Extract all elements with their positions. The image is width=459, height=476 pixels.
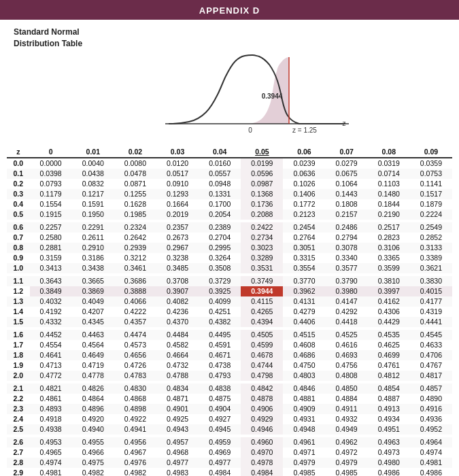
table-row: 2.60.49530.49550.49560.49570.49590.49600… bbox=[7, 437, 452, 447]
table-cell: 0.1331 bbox=[199, 189, 241, 199]
table-cell: 0.1772 bbox=[283, 199, 325, 209]
table-cell: 0.3980 bbox=[326, 286, 368, 296]
z-value: 1.5 bbox=[7, 317, 30, 327]
table-cell: 0.4906 bbox=[241, 404, 283, 414]
table-cell: 0.4192 bbox=[30, 307, 72, 317]
table-cell: 0.2967 bbox=[156, 243, 199, 253]
table-cell: 0.4974 bbox=[410, 447, 452, 458]
table-cell: 0.4929 bbox=[241, 414, 283, 424]
z-value: 2.7 bbox=[7, 447, 30, 458]
table-cell: 0.4515 bbox=[283, 330, 325, 340]
table-cell: 0.2734 bbox=[241, 233, 283, 243]
table-cell: 0.4147 bbox=[326, 296, 368, 307]
col-header-004: 0.04 bbox=[199, 146, 241, 158]
table-cell: 0.4904 bbox=[199, 404, 241, 414]
z-value: 1.6 bbox=[7, 330, 30, 340]
table-row: 1.30.40320.40490.40660.40820.40990.41150… bbox=[7, 296, 452, 307]
table-cell: 0.4713 bbox=[30, 360, 72, 371]
table-cell: 0.2123 bbox=[283, 209, 325, 220]
z-value: 0.5 bbox=[7, 209, 30, 220]
table-cell: 0.4974 bbox=[30, 458, 72, 468]
z-value: 2.5 bbox=[7, 424, 30, 435]
col-header-z: z bbox=[7, 146, 30, 158]
table-row: 1.80.46410.46490.46560.46640.46710.46780… bbox=[7, 350, 452, 360]
table-cell: 0.4890 bbox=[410, 394, 452, 404]
table-body: 0.00.00000.00400.00800.01200.01600.01990… bbox=[7, 158, 452, 476]
table-cell: 0.3869 bbox=[72, 286, 114, 296]
table-row: 2.20.48610.48640.48680.48710.48750.48780… bbox=[7, 394, 452, 404]
table-cell: 0.3686 bbox=[114, 276, 156, 286]
table-cell: 0.0319 bbox=[368, 158, 410, 169]
table-cell: 0.4909 bbox=[283, 404, 325, 414]
table-cell: 0.1517 bbox=[410, 189, 452, 199]
table-cell: 0.3925 bbox=[199, 286, 241, 296]
table-cell: 0.4484 bbox=[156, 330, 199, 340]
table-cell: 0.4066 bbox=[114, 296, 156, 307]
table-cell: 0.3264 bbox=[199, 253, 241, 263]
table-row: 2.40.49180.49200.49220.49250.49270.49290… bbox=[7, 414, 452, 424]
table-cell: 0.2190 bbox=[368, 209, 410, 220]
table-cell: 0.4649 bbox=[72, 350, 114, 360]
table-cell: 0.4319 bbox=[410, 307, 452, 317]
table-cell: 0.4788 bbox=[156, 371, 199, 381]
table-cell: 0.4767 bbox=[410, 360, 452, 371]
table-row: 0.00.00000.00400.00800.01200.01600.01990… bbox=[7, 158, 452, 169]
appendix-header: APPENDIX D bbox=[0, 0, 459, 20]
table-row: 0.30.11790.12170.12550.12930.13310.13680… bbox=[7, 189, 452, 199]
table-cell: 0.4545 bbox=[410, 330, 452, 340]
table-cell: 0.4793 bbox=[199, 371, 241, 381]
table-cell: 0.4927 bbox=[199, 414, 241, 424]
table-cell: 0.3238 bbox=[156, 253, 199, 263]
table-cell: 0.3365 bbox=[368, 253, 410, 263]
table-cell: 0.4973 bbox=[368, 447, 410, 458]
table-cell: 0.1985 bbox=[114, 209, 156, 220]
table-cell: 0.4664 bbox=[156, 350, 199, 360]
table-cell: 0.0120 bbox=[156, 158, 199, 169]
z-value: 0.0 bbox=[7, 158, 30, 169]
table-row: 1.10.36430.36650.36860.37080.37290.37490… bbox=[7, 276, 452, 286]
table-cell: 0.4382 bbox=[199, 317, 241, 327]
table-cell: 0.3078 bbox=[326, 243, 368, 253]
table-cell: 0.0239 bbox=[283, 158, 325, 169]
table-cell: 0.4772 bbox=[30, 371, 72, 381]
table-cell: 0.4911 bbox=[326, 404, 368, 414]
z-value: 0.4 bbox=[7, 199, 30, 209]
table-cell: 0.2939 bbox=[114, 243, 156, 253]
table-cell: 0.4719 bbox=[72, 360, 114, 371]
table-cell: 0.4564 bbox=[72, 340, 114, 350]
table-cell: 0.4251 bbox=[199, 307, 241, 317]
table-row: 0.10.03980.04380.04780.05170.05570.05960… bbox=[7, 169, 452, 179]
table-row: 0.50.19150.19500.19850.20190.20540.20880… bbox=[7, 209, 452, 220]
table-cell: 0.3599 bbox=[368, 263, 410, 273]
table-cell: 0.3962 bbox=[283, 286, 325, 296]
table-cell: 0.4963 bbox=[368, 437, 410, 447]
table-cell: 0.3485 bbox=[156, 263, 199, 273]
table-cell: 0.4972 bbox=[326, 447, 368, 458]
table-cell: 0.3830 bbox=[410, 276, 452, 286]
table-cell: 0.3729 bbox=[199, 276, 241, 286]
table-row: 2.70.49650.49660.49670.49680.49690.49700… bbox=[7, 447, 452, 458]
table-cell: 0.4554 bbox=[30, 340, 72, 350]
table-cell: 0.0040 bbox=[72, 158, 114, 169]
table-cell: 0.4961 bbox=[283, 437, 325, 447]
table-cell: 0.2224 bbox=[410, 209, 452, 220]
table-cell: 0.3289 bbox=[241, 253, 283, 263]
table-cell: 0.4236 bbox=[156, 307, 199, 317]
table-cell: 0.2881 bbox=[30, 243, 72, 253]
table-cell: 0.4938 bbox=[30, 424, 72, 435]
table-row: 1.00.34130.34380.34610.34850.35080.35310… bbox=[7, 263, 452, 273]
table-cell: 0.4861 bbox=[30, 394, 72, 404]
table-cell: 0.4956 bbox=[114, 437, 156, 447]
table-cell: 0.3643 bbox=[30, 276, 72, 286]
table-cell: 0.0948 bbox=[199, 179, 241, 189]
table-cell: 0.0080 bbox=[114, 158, 156, 169]
table-cell: 0.4599 bbox=[241, 340, 283, 350]
table-row: 1.90.47130.47190.47260.47320.47380.47440… bbox=[7, 360, 452, 371]
table-row: 2.10.48210.48260.48300.48340.48380.48420… bbox=[7, 384, 452, 394]
header-title: APPENDIX D bbox=[199, 5, 260, 16]
table-row: 0.40.15540.15910.16280.16640.17000.17360… bbox=[7, 199, 452, 209]
table-cell: 0.4616 bbox=[326, 340, 368, 350]
subtitle-line1: Standard Normal bbox=[14, 27, 80, 37]
table-cell: 0.4941 bbox=[114, 424, 156, 435]
table-cell: 0.4978 bbox=[241, 458, 283, 468]
